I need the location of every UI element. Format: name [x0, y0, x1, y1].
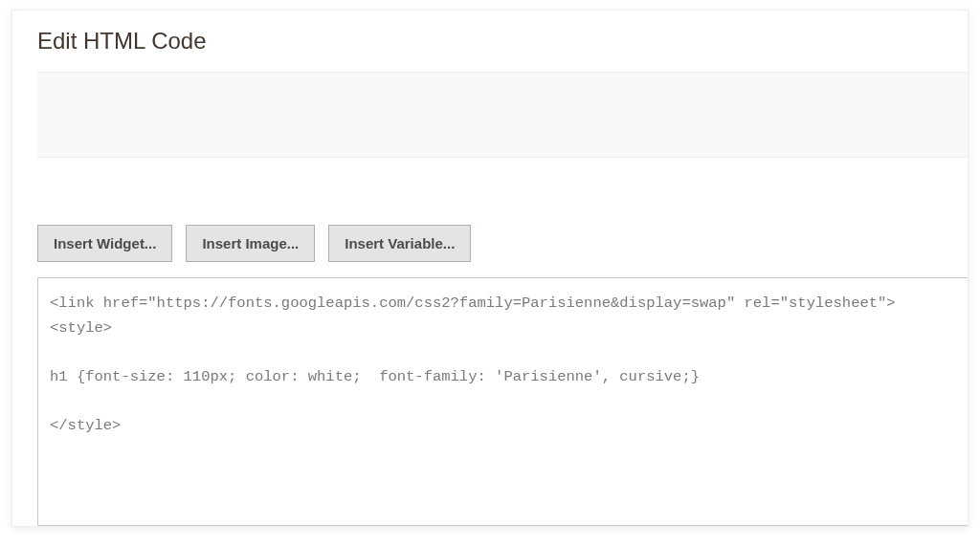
editor-toolbar: Insert Widget... Insert Image... Insert …	[12, 158, 968, 277]
html-code-textarea[interactable]	[37, 277, 968, 526]
insert-variable-button[interactable]: Insert Variable...	[328, 225, 471, 262]
insert-widget-button[interactable]: Insert Widget...	[37, 225, 172, 262]
header-band	[37, 72, 968, 158]
edit-html-panel: Edit HTML Code Insert Widget... Insert I…	[11, 10, 969, 527]
panel-title: Edit HTML Code	[12, 11, 968, 72]
code-area	[37, 277, 968, 527]
insert-image-button[interactable]: Insert Image...	[186, 225, 315, 262]
